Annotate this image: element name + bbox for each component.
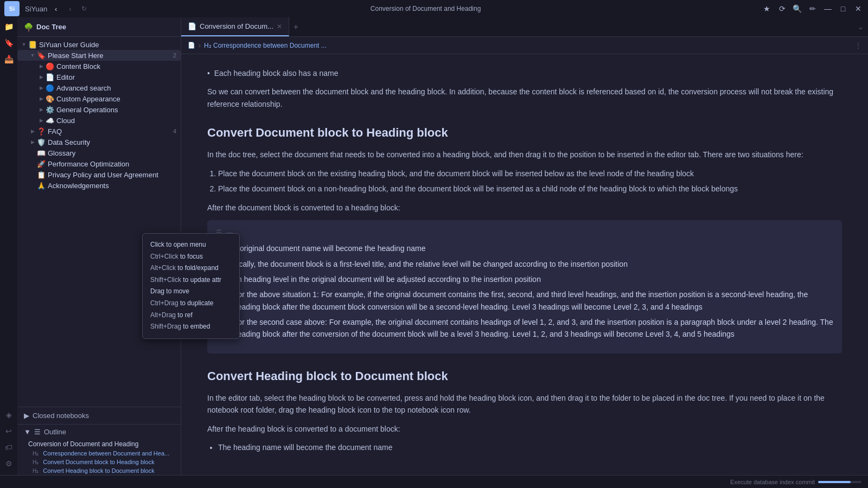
icon-inbox[interactable]: 📥 (2, 52, 16, 66)
icon-faq: ❓ (37, 127, 46, 136)
app-name: SiYuan (25, 5, 47, 13)
toggle-editor[interactable]: ▶ (37, 73, 46, 81)
icon-custom-appearance: 🎨 (46, 94, 54, 103)
tree-item-please-start[interactable]: ▼ 🔖 Please Start Here 2 (17, 50, 181, 61)
label-acknowledgements: Acknowledgements (48, 182, 181, 190)
title-bar-left: Si SiYuan ‹ › ↻ (4, 1, 90, 16)
toolbar-star[interactable]: ★ (762, 3, 773, 14)
label-editor: Editor (56, 73, 181, 81)
icon-settings[interactable]: ⚙ (2, 457, 16, 471)
icon-advanced-search: 🔵 (46, 84, 54, 92)
outline-icon: ☰ (34, 428, 41, 436)
tab-main[interactable]: 📄 Conversion of Docum... ✕ (181, 17, 289, 36)
label-advanced-search: Advanced search (56, 84, 181, 92)
tree-item-data-security[interactable]: ▶ 🛡️ Data Security (17, 137, 181, 147)
doc-title: Conversion of Document and Heading (371, 5, 481, 12)
tooltip-line-5: Drag to move (150, 286, 181, 298)
sidebar-title: Doc Tree (36, 23, 66, 31)
bc-separator: › (199, 42, 201, 49)
tree-item-custom-appearance[interactable]: ▶ 🎨 Custom Appearance (17, 93, 181, 104)
section1-after: After the document block is converted to… (207, 202, 842, 214)
outline-h2-3-label: Convert Heading block to Document block (43, 467, 154, 474)
bc-doc-icon: 📄 (188, 42, 195, 49)
icon-tag[interactable]: 🏷 (2, 440, 16, 454)
sidebar: 🌳 Doc Tree ▼ 📒 SiYuan User Guide ▼ 🔖 Ple… (17, 17, 181, 475)
tree-item-advanced-search[interactable]: ▶ 🔵 Advanced search (17, 82, 181, 93)
toolbar-close[interactable]: ✕ (853, 3, 864, 14)
tree-item-faq[interactable]: ▶ ❓ FAQ 4 (17, 126, 181, 137)
icon-acknowledgements: 🙏 (37, 181, 46, 190)
nav-forward[interactable]: › (65, 3, 75, 14)
tooltip-line-2: Ctrl+Click to focus (150, 251, 181, 263)
tooltip-line-1: Click to open menu (150, 239, 181, 251)
toggle-please-start[interactable]: ▼ (28, 51, 37, 60)
toggle-advanced-search[interactable]: ▶ (37, 84, 46, 92)
icon-glossary: 📖 (37, 149, 46, 157)
highlight-list: The original document name will become t… (225, 242, 833, 341)
tree-item-privacy[interactable]: 📋 Privacy Policy and User Agreement (17, 169, 181, 180)
label-siyuan: SiYuan User Guide (39, 41, 181, 49)
label-perf-opt: Performance Optimization (48, 160, 181, 168)
outline-h2-1-label: Correspondence between Document and Hea.… (43, 450, 169, 457)
outline-item-h2-1[interactable]: H₂ Correspondence between Document and H… (17, 449, 181, 458)
icon-bar: 📁 🔖 📥 ◈ ↩ 🏷 ⚙ (0, 17, 17, 475)
tree-item-content-block[interactable]: ▶ 🔴 Content Block (17, 61, 181, 72)
tree-item-acknowledgements[interactable]: 🙏 Acknowledgements (17, 180, 181, 191)
icon-privacy: 📋 (37, 170, 46, 179)
outline-item-doc[interactable]: Conversion of Document and Heading (17, 439, 181, 449)
toggle-faq[interactable]: ▶ (28, 127, 37, 136)
label-please-start: Please Start Here (48, 52, 173, 60)
toggle-custom-appearance[interactable]: ▶ (37, 94, 46, 103)
closed-notebooks-item[interactable]: ▶ Closed notebooks (17, 407, 181, 424)
highlight-item-2: Logically, the document block is a first… (225, 258, 833, 270)
toggle-data-security[interactable]: ▶ (28, 138, 37, 146)
icon-editor: 📄 (46, 73, 54, 81)
tree-item-glossary[interactable]: 📖 Glossary (17, 147, 181, 158)
tree-item-general-ops[interactable]: ▶ ⚙️ General Operations (17, 104, 181, 115)
nav-back[interactable]: ‹ (50, 3, 61, 14)
icon-files[interactable]: 📁 (2, 20, 16, 34)
section1-item-2: Place the document block on a non-headin… (218, 183, 842, 195)
toolbar-maximize[interactable]: □ (838, 3, 848, 14)
tree-item-perf-opt[interactable]: 🚀 Performance Optimization (17, 158, 181, 169)
outline-doc-label: Conversion of Document and Heading (28, 440, 138, 448)
toolbar-edit[interactable]: ✏ (807, 3, 818, 14)
outline-item-h2-2[interactable]: H₂ Convert Document block to Heading blo… (17, 458, 181, 466)
icon-bookmarks[interactable]: 🔖 (2, 36, 16, 50)
tab-close-btn[interactable]: ✕ (277, 23, 282, 30)
toggle-general-ops[interactable]: ▶ (37, 105, 46, 114)
icon-general-ops: ⚙️ (46, 105, 54, 114)
outline-item-h2-3[interactable]: H₂ Convert Heading block to Document blo… (17, 466, 181, 475)
intro-text: • Each heading block also has a name (207, 67, 842, 79)
tab-chevron[interactable]: ⌄ (853, 23, 868, 31)
nav-refresh[interactable]: ↻ (79, 3, 90, 14)
toolbar-sync[interactable]: ⟳ (777, 3, 788, 14)
tooltip-line-8: Shift+Drag to embed (150, 321, 181, 333)
bc-menu-btn[interactable]: ⋮ (855, 42, 861, 49)
tree-item-siyuan-user-guide[interactable]: ▼ 📒 SiYuan User Guide (17, 39, 181, 50)
tree-item-editor[interactable]: ▶ 📄 Editor (17, 72, 181, 82)
outline-section: ▼ ☰ Outline Conversion of Document and H… (17, 424, 181, 475)
para1: So we can convert between the document b… (207, 86, 842, 110)
doc-content: • Each heading block also has a name So … (181, 54, 868, 475)
highlight-item-1: The original document name will become t… (225, 242, 833, 254)
icon-siyuan: 📒 (28, 40, 37, 49)
toggle-siyuan[interactable]: ▼ (20, 40, 28, 49)
closed-notebooks-label: Closed notebooks (33, 412, 89, 420)
icon-graph[interactable]: ◈ (2, 408, 16, 422)
tab-bar: 📄 Conversion of Docum... ✕ + ⌄ (181, 17, 868, 37)
toggle-cloud[interactable]: ▶ (37, 116, 46, 125)
icon-content-block: 🔴 (46, 62, 54, 70)
tab-doc-icon: 📄 (188, 22, 196, 30)
toolbar-search[interactable]: 🔍 (792, 3, 803, 14)
sidebar-header: 🌳 Doc Tree (17, 17, 181, 37)
toolbar-minimize[interactable]: — (822, 3, 833, 14)
sidebar-bottom: ▶ Closed notebooks ▼ ☰ Outline Conversio… (17, 407, 181, 475)
closed-notebooks-toggle: ▶ (24, 412, 29, 420)
tab-add-btn[interactable]: + (289, 22, 303, 32)
outline-header[interactable]: ▼ ☰ Outline (17, 425, 181, 439)
tree-item-cloud[interactable]: ▶ ☁️ Cloud (17, 115, 181, 126)
bc-h2[interactable]: H₂ Correspondence between Document ... (204, 42, 327, 49)
toggle-content-block[interactable]: ▶ (37, 62, 46, 70)
icon-backlink[interactable]: ↩ (2, 424, 16, 438)
